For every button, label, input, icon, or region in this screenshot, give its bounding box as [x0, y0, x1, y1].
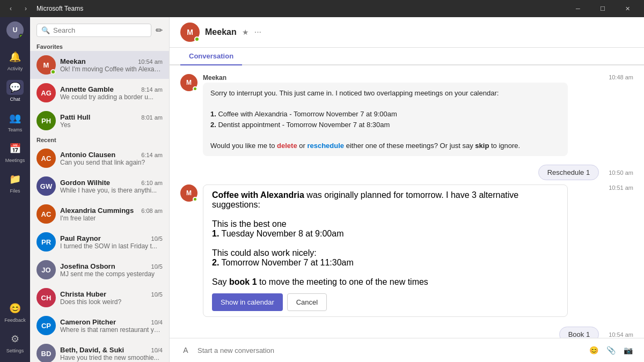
nicely-label: This could also work nicely:: [212, 248, 559, 258]
search-box[interactable]: 🔍: [36, 24, 151, 37]
forward-button[interactable]: ›: [19, 2, 32, 15]
maximize-button[interactable]: ☐: [590, 0, 615, 17]
bot-dot: [193, 197, 197, 202]
msg-bubble: Sorry to interrupt you. This just came i…: [203, 83, 568, 156]
list-item[interactable]: GW Gordon Wilhite 6:10 am While I have y…: [30, 172, 169, 200]
avatar: AC: [36, 149, 56, 168]
show-calendar-button[interactable]: Show in calendar: [212, 293, 283, 311]
bot-indicator: [194, 36, 200, 42]
favorites-section-label: Favorites: [30, 41, 169, 51]
list-item[interactable]: AC Alexandria Cummings 6:08 am I'm free …: [30, 200, 169, 228]
chat-info: Beth, David, & Suki 10/4 Have you tried …: [60, 346, 163, 361]
list-item[interactable]: BD Beth, David, & Suki 10/4 Have you tri…: [30, 339, 169, 362]
msg-ignore: to ignore.: [489, 142, 520, 150]
chat-name: Antonio Clausen: [60, 151, 115, 159]
format-button[interactable]: A: [178, 343, 193, 358]
avatar: PR: [36, 232, 56, 252]
files-icon: 📁: [9, 173, 21, 185]
teams-label: Teams: [8, 127, 23, 132]
list-item[interactable]: PR Paul Raynor 10/5 I turned the SOW in …: [30, 228, 169, 256]
list-item[interactable]: CH Christa Huber 10/5 Does this look wei…: [30, 284, 169, 312]
app-layout: U 🔔 Activity 💬 Chat 👥 Teams 📅 Meetings 📁…: [0, 17, 644, 362]
avatar: CH: [36, 288, 56, 307]
chat-name: Meekan: [60, 57, 86, 65]
compose-action-icons: 😊 📎 📷: [586, 343, 635, 358]
book-instruction: Say book 1 to move the meeting to one of…: [212, 277, 559, 287]
minimize-button[interactable]: ─: [566, 0, 590, 17]
back-button[interactable]: ‹: [4, 2, 17, 15]
user-action-row: Reschedule 1 10:50 am: [180, 165, 633, 180]
list-item[interactable]: CP Cameron Pitcher 10/4 Where is that ra…: [30, 312, 169, 339]
title-bar: ‹ › Microsoft Teams ─ ☐ ✕: [0, 0, 644, 17]
chat-preview: Ok! I'm moving Coffee with Alexan...: [60, 65, 163, 73]
star-icon[interactable]: ★: [242, 28, 249, 36]
files-label: Files: [10, 188, 20, 194]
chat-time: 10/4: [151, 319, 163, 326]
compose-input[interactable]: [197, 346, 582, 354]
chat-preview: Yes: [60, 121, 163, 129]
list-item[interactable]: M Meekan 10:54 am Ok! I'm moving Coffee …: [30, 51, 169, 79]
compose-icon[interactable]: ✏: [156, 25, 163, 35]
user-action-row: Book 1 10:54 am: [180, 327, 633, 338]
avatar: GW: [36, 176, 56, 196]
messages-area: M Meekan Sorry to interrupt you. This ju…: [170, 65, 644, 338]
chat-info: Josefina Osborn 10/5 MJ sent me the comp…: [60, 262, 163, 278]
message-content: Coffee with Alexandria was originally pl…: [203, 184, 633, 318]
list-item[interactable]: PH Patti Hull 8:01 am Yes: [30, 107, 169, 135]
bot-dot: [193, 86, 197, 91]
chat-info: Annette Gamble 8:14 am We could try addi…: [60, 85, 163, 101]
meeting-name: Coffee with Alexandria: [212, 190, 304, 200]
search-input[interactable]: [53, 26, 147, 34]
avatar: M: [36, 55, 56, 75]
sidebar-item-settings[interactable]: ⚙ Settings: [0, 327, 30, 358]
delete-keyword: delete: [277, 142, 297, 150]
chat-name: Cameron Pitcher: [60, 318, 116, 326]
header-avatar: M: [180, 23, 200, 42]
attach-icon: 📎: [606, 346, 616, 354]
cancel-button[interactable]: Cancel: [287, 293, 327, 311]
sidebar-item-teams[interactable]: 👥 Teams: [0, 106, 30, 137]
sidebar-item-chat[interactable]: 💬 Chat: [0, 76, 30, 106]
tab-conversation[interactable]: Conversation: [180, 48, 242, 65]
list-item[interactable]: AC Antonio Clausen 6:14 am Can you send …: [30, 144, 169, 172]
user-avatar[interactable]: U: [6, 21, 24, 39]
meetings-icon: 📅: [9, 143, 21, 154]
chat-icon: 💬: [9, 82, 21, 93]
chat-time: 10:54 am: [138, 58, 163, 65]
sidebar-item-activity[interactable]: 🔔 Activity: [0, 45, 30, 76]
chat-time: 10/5: [151, 235, 163, 242]
user-action-pill: Reschedule 1: [538, 165, 599, 180]
close-button[interactable]: ✕: [615, 0, 640, 17]
chat-info: Paul Raynor 10/5 I turned the SOW in las…: [60, 234, 163, 250]
sidebar-item-files[interactable]: 📁 Files: [0, 167, 30, 198]
skip-keyword: skip: [475, 142, 489, 150]
meet-button[interactable]: 📷: [620, 343, 635, 358]
chat-preview: Where is that ramen restaurant yo...: [60, 326, 163, 334]
chat-preview: While I have you, is there anythi...: [60, 187, 163, 194]
best-label: This is the best one: [212, 219, 559, 229]
msg-time: 10:48 am: [609, 74, 633, 80]
emoji-button[interactable]: 😊: [586, 343, 601, 358]
list-item[interactable]: AG Annette Gamble 8:14 am We could try a…: [30, 79, 169, 107]
feedback-label: Feedback: [4, 317, 26, 323]
chat-tabs: Conversation: [170, 48, 644, 65]
attach-button[interactable]: 📎: [603, 343, 618, 358]
sidebar-item-meetings[interactable]: 📅 Meetings: [0, 137, 30, 167]
suggestions-intro: Coffee with Alexandria was originally pl…: [212, 190, 559, 210]
recent-section-label: Recent: [30, 135, 169, 144]
avatar: CP: [36, 316, 56, 335]
chat-preview: I'm free later: [60, 215, 163, 222]
activity-icon: 🔔: [9, 51, 21, 63]
message-content: Meekan Sorry to interrupt you. This just…: [203, 74, 633, 156]
more-options-icon[interactable]: ···: [254, 27, 261, 37]
chat-time: 10/4: [151, 347, 163, 353]
chat-name: Christa Huber: [60, 290, 106, 298]
compose-area: A 😊 📎 📷: [170, 338, 644, 362]
suggestions-bubble: Coffee with Alexandria was originally pl…: [203, 184, 568, 317]
chat-info: Alexandria Cummings 6:08 am I'm free lat…: [60, 206, 163, 222]
online-indicator: [19, 34, 24, 39]
sidebar-item-feedback[interactable]: 😊 Feedback: [0, 297, 30, 327]
chat-name: Annette Gamble: [60, 85, 114, 93]
list-item[interactable]: JO Josefina Osborn 10/5 MJ sent me the c…: [30, 256, 169, 284]
chat-name: Alexandria Cummings: [60, 206, 134, 215]
